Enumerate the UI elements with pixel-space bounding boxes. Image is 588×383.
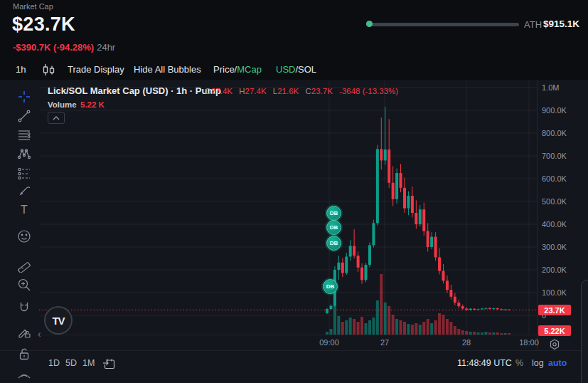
ath-value: $915.1K	[543, 19, 579, 29]
ath-progress-track	[366, 23, 519, 26]
go-to-date-icon[interactable]	[102, 357, 116, 374]
svg-text:400.0K: 400.0K	[542, 220, 567, 229]
svg-text:200.0K: 200.0K	[542, 266, 567, 274]
auto-scale-button[interactable]: auto	[548, 358, 567, 368]
svg-text:600.0K: 600.0K	[542, 174, 567, 183]
session-clock[interactable]: 11:48:49 UTC	[457, 358, 512, 368]
hide-drawings-eye-icon[interactable]	[16, 369, 32, 383]
change-period: 24hr	[97, 42, 115, 53]
market-cap-change: -$390.7K (-94.28%)24hr	[13, 42, 115, 53]
mcap-option[interactable]: MCap	[237, 64, 262, 75]
svg-text:18:00: 18:00	[519, 338, 539, 347]
ath-label: ATH	[524, 19, 542, 30]
trade-display-button[interactable]: Trade Display	[68, 64, 124, 75]
svg-text:1.0M: 1.0M	[542, 83, 559, 92]
trading-app: { "header": { "market_cap_label": "Marke…	[0, 0, 588, 383]
price-mcap-toggle[interactable]: Price/MCap	[213, 64, 262, 75]
tradingview-logo[interactable]: TV	[44, 306, 73, 335]
range-1d-button[interactable]: 1D	[48, 358, 60, 368]
svg-text:500.0K: 500.0K	[542, 197, 567, 206]
ath-progress-dot	[366, 21, 373, 27]
db-bubble-marker[interactable]: DB	[323, 279, 338, 294]
change-value: -$390.7K (-94.28%)	[13, 42, 94, 53]
timeframe-button[interactable]: 1h	[16, 64, 26, 75]
svg-text:27: 27	[380, 338, 389, 347]
svg-text:300.0K: 300.0K	[542, 243, 567, 251]
log-scale-button[interactable]: log	[532, 358, 544, 368]
usd-option[interactable]: USD	[276, 64, 295, 75]
range-5d-button[interactable]: 5D	[65, 358, 77, 368]
footer-divider	[0, 350, 582, 351]
svg-text:28: 28	[462, 338, 471, 347]
range-1m-button[interactable]: 1M	[82, 358, 95, 368]
db-bubble-marker[interactable]: DB	[326, 236, 341, 251]
sol-option[interactable]: /SOL	[295, 64, 316, 75]
svg-text:100.0K: 100.0K	[542, 288, 567, 297]
hide-all-bubbles-button[interactable]: Hide All Bubbles	[134, 64, 201, 75]
db-bubble-marker[interactable]: DB	[326, 206, 341, 221]
usd-sol-toggle[interactable]: USD/SOL	[276, 64, 316, 75]
svg-text:09:00: 09:00	[319, 338, 339, 347]
percent-scale-button[interactable]: %	[515, 358, 523, 368]
svg-text:900.0K: 900.0K	[542, 106, 567, 115]
market-cap-value: $23.7K	[12, 14, 75, 36]
svg-text:800.0K: 800.0K	[542, 129, 567, 137]
current-volume-tag: 5.22K	[538, 325, 571, 336]
price-chart-canvas[interactable]: 1.0M900.0K800.0K700.0K600.0K500.0K400.0K…	[0, 80, 588, 350]
current-price-tag: 23.7K	[538, 305, 571, 315]
price-option[interactable]: Price/	[213, 64, 237, 75]
market-cap-label: Market Cap	[13, 2, 53, 11]
db-bubble-marker[interactable]: DB	[326, 220, 341, 235]
svg-text:700.0K: 700.0K	[542, 152, 567, 160]
candle-style-icon[interactable]	[41, 62, 57, 80]
